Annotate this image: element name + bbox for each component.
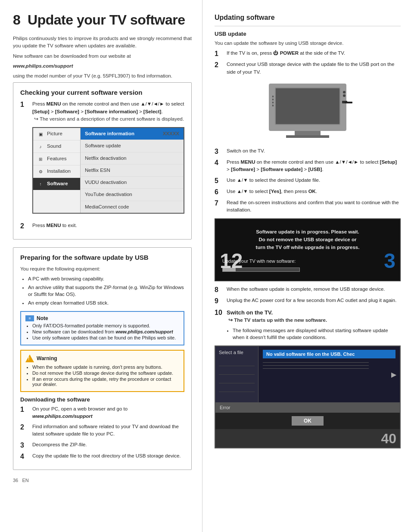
usb-step-8-content: When the software update is complete, re…: [227, 286, 401, 293]
note-icon: ≡: [25, 315, 34, 321]
menu-label-sound: Sound: [47, 143, 61, 150]
svg-rect-1: [275, 88, 340, 124]
usb-step-6-content: Use ▲/▼ to select [Yes], then press OK.: [227, 188, 401, 195]
no-update-bullet: The following messages are displayed wit…: [233, 327, 401, 341]
ok-button[interactable]: OK: [292, 416, 324, 426]
warning-item-2: Do not remove the USB storage device dur…: [32, 370, 179, 376]
right-column: Updating software USB update You can upd…: [202, 0, 411, 532]
submenu-netflix-deactivation[interactable]: Netflix deactivation: [81, 152, 184, 165]
usb-steps: If the TV is on, press ⏻ POWER at the si…: [215, 50, 401, 76]
error-line-3: [263, 368, 369, 369]
menu-label-features: Features: [47, 155, 66, 162]
checking-title: Checking your current software version: [20, 89, 184, 96]
equipment-list: A PC with web browsing capability. An ar…: [20, 275, 184, 306]
usb-step-7-content: Read the on-screen instructions and conf…: [227, 199, 401, 214]
step-1-text: Press MENU on the remote control and the…: [32, 101, 184, 114]
submenu-vudu-deactivation[interactable]: VUDU deactivation: [81, 177, 184, 189]
sound-icon: ♪: [37, 143, 44, 150]
page-title: 8 Update your TV software: [13, 12, 192, 28]
note-box: ≡ Note Only FAT/DOS-formatted portable m…: [20, 311, 184, 345]
section-divider: [215, 26, 401, 26]
left-column: 8 Update your TV software Philips contin…: [0, 0, 202, 532]
dl-step-3: Decompress the ZIP-file.: [20, 441, 184, 449]
error-line-2: [263, 365, 369, 366]
bullet-usb: An empty clean formatted USB stick.: [28, 299, 184, 306]
step-10-sub: ↪ The TV starts up with the new software…: [227, 317, 401, 324]
dl-step-4: Copy the update file to the root directo…: [20, 452, 184, 460]
submenu-youtube-deactivation[interactable]: YouTube deactivation: [81, 189, 184, 201]
warning-header: Warning: [25, 354, 179, 363]
submenu-label-youtube: YouTube deactivation: [85, 192, 132, 197]
submenu-label-netflix-deact: Netflix deactivation: [85, 156, 127, 161]
error-list-1: [219, 359, 255, 366]
error-bottom: Error: [215, 402, 400, 413]
svg-rect-3: [295, 131, 321, 135]
submenu-netflix-esn[interactable]: Netflix ESN: [81, 165, 184, 177]
bullet-archive: An archive utility that supports the ZIP…: [28, 284, 184, 298]
svg-rect-11: [272, 102, 274, 103]
submenu-mediaconnect[interactable]: MediaConnect code: [81, 201, 184, 213]
usb-step-4-content: Press MENU on the remote control and the…: [227, 159, 401, 174]
error-line-1: [263, 362, 369, 363]
right-title: Updating software: [215, 14, 401, 22]
usb-step-2-content: Connect your USB storage device with the…: [227, 61, 401, 76]
dl-step-1-content: On your PC, open a web browser and go to…: [32, 405, 184, 420]
error-ok-row: OK: [215, 413, 400, 429]
progress-bar-container: [222, 268, 393, 272]
warning-box: Warning When the software update is runn…: [20, 350, 184, 392]
error-list-4: [219, 385, 255, 392]
error-corner-num: 40: [215, 429, 400, 448]
usb-update-title: USB update: [215, 31, 401, 37]
usb-step-4: Press MENU on the remote control and the…: [215, 159, 401, 174]
warning-item-3: If an error occurs during the update, re…: [32, 376, 179, 387]
submenu-label-mediaconnect: MediaConnect code: [85, 204, 129, 209]
usb-steps-final: When the software update is complete, re…: [215, 286, 401, 324]
warning-list: When the software update is running, don…: [25, 364, 179, 387]
error-right-panel: No valid software file on the USB. Chec …: [258, 346, 400, 402]
error-list-3: [219, 376, 255, 383]
features-icon: ⊞: [37, 155, 44, 163]
error-left-panel: Select a file: [215, 346, 258, 402]
warning-label: Warning: [37, 355, 57, 361]
step-2: Press MENU to exit.: [20, 222, 184, 230]
error-message: No valid software file on the USB. Chec: [263, 350, 395, 358]
progress-screen: Software update is in progress. Please w…: [215, 218, 401, 282]
submenu-label-netflix-esn: Netflix ESN: [85, 168, 110, 173]
menu-item-software[interactable]: ↑ Software: [33, 178, 80, 190]
menu-left-panel: ▣ Picture ♪ Sound ⊞ Features: [33, 128, 81, 213]
menu-right-panel: Software information XXXXX Software upda…: [81, 128, 184, 213]
submenu-software-update[interactable]: Software update: [81, 140, 184, 152]
svg-point-8: [343, 91, 346, 93]
page: 8 Update your TV software Philips contin…: [0, 0, 411, 532]
svg-rect-12: [272, 105, 274, 106]
svg-rect-6: [345, 102, 352, 103]
warning-triangle-icon: [25, 355, 34, 362]
svg-point-7: [343, 94, 346, 97]
bullet-pc: A PC with web browsing capability.: [28, 275, 184, 282]
software-icon: ↑: [37, 180, 44, 188]
website-note: using the model number of your TV (e.g. …: [13, 72, 192, 80]
step-1: Press MENU on the remote control and the…: [20, 100, 184, 219]
submenu-value-xxxxx: XXXXX: [163, 130, 179, 137]
tv-illustration-wrapper: [215, 79, 401, 144]
intro-text-1: Philips continuously tries to improve it…: [13, 35, 192, 50]
title-text: Update your TV software: [28, 12, 185, 28]
menu-item-picture: ▣ Picture: [33, 128, 80, 140]
dl-step-2-content: Find information and software related to…: [32, 423, 184, 438]
installation-icon: ⚙: [37, 168, 44, 175]
preparing-intro: You require the following equipment:: [20, 265, 184, 273]
error-list-2: [219, 368, 255, 375]
submenu-software-information[interactable]: Software information XXXXX: [81, 128, 184, 140]
corner-num-right: 3: [384, 245, 395, 278]
preparing-title: Preparing for the software update by USB: [20, 254, 184, 261]
chapter-number: 8: [13, 12, 20, 28]
dl-step-2: Find information and software related to…: [20, 423, 184, 438]
select-file-label: Select a file: [219, 350, 255, 355]
usb-step-1-content: If the TV is on, press ⏻ POWER at the si…: [227, 50, 401, 57]
progress-text: Software update is in progress. Please w…: [222, 228, 393, 252]
menu-label-installation: Installation: [47, 168, 71, 175]
no-update-note: The following messages are displayed wit…: [225, 327, 401, 341]
usb-step-6: Use ▲/▼ to select [Yes], then press OK.: [215, 188, 401, 196]
note-label: Note: [37, 315, 48, 321]
svg-rect-10: [272, 99, 274, 100]
